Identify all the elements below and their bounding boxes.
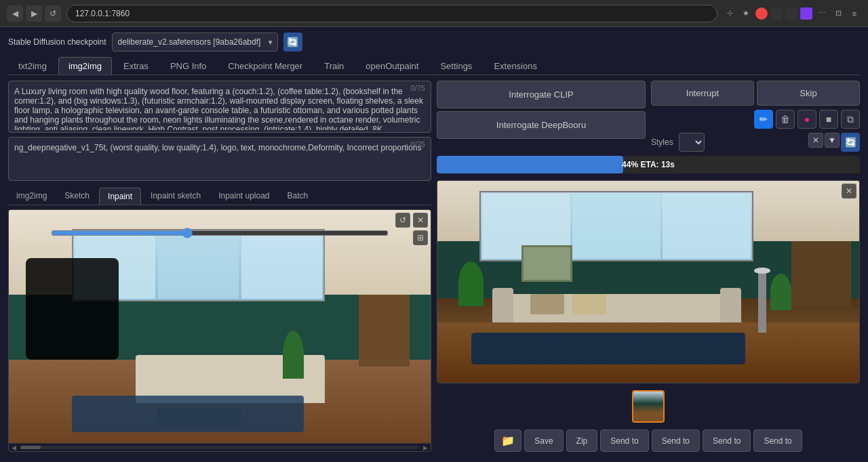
zip-button[interactable]: Zip bbox=[566, 429, 598, 452]
tab-open-outpaint[interactable]: openOutpaint bbox=[355, 57, 429, 75]
styles-dropdown-button[interactable]: ▼ bbox=[825, 133, 840, 148]
image-close-button[interactable]: ✕ bbox=[413, 213, 428, 228]
browser-icon-5[interactable] bbox=[785, 7, 797, 20]
right-side-top: Interrupt Skip ✏ 🗑 ● ■ ⧉ Styles bbox=[651, 81, 860, 152]
browser-icon-9[interactable]: ≡ bbox=[848, 7, 861, 20]
sd-checkpoint-label: Stable Diffusion checkpoint bbox=[8, 37, 106, 47]
browser-icon-7[interactable]: ⋯ bbox=[815, 7, 829, 20]
output-close-button[interactable]: ✕ bbox=[842, 184, 856, 198]
positive-prompt-textarea[interactable] bbox=[9, 81, 431, 130]
image-scrollbar: ◀ ▶ bbox=[9, 443, 431, 451]
tab-train[interactable]: Train bbox=[314, 57, 354, 75]
browser-icon-6[interactable] bbox=[800, 7, 812, 20]
action-buttons-row: 📁 Save Zip Send to Send to Send to Send … bbox=[437, 429, 860, 452]
positive-prompt-container: 0/75 bbox=[8, 81, 431, 133]
main-tabs: txt2img img2img Extras PNG Info Checkpoi… bbox=[8, 57, 860, 75]
browser-icon-4[interactable] bbox=[770, 7, 783, 20]
brush-size-slider[interactable] bbox=[51, 228, 389, 238]
negative-char-count: 0/75 bbox=[411, 140, 425, 148]
tab-checkpoint-merger[interactable]: Checkpoint Merger bbox=[218, 57, 313, 75]
sub-tab-batch[interactable]: Batch bbox=[279, 188, 317, 205]
sub-tab-inpaint[interactable]: Inpaint bbox=[99, 188, 141, 205]
negative-prompt-textarea[interactable] bbox=[9, 138, 431, 178]
right-panel: Interrogate CLIP Interrogate DeepBooru I… bbox=[437, 81, 860, 452]
input-image-area[interactable]: ↺ ✕ ⊞ bbox=[8, 209, 431, 452]
styles-select[interactable] bbox=[679, 133, 705, 152]
skip-button[interactable]: Skip bbox=[757, 81, 860, 106]
folder-icon: 📁 bbox=[501, 434, 515, 447]
pink-tool-button[interactable]: ● bbox=[797, 110, 816, 129]
sub-tab-img2img[interactable]: img2img bbox=[8, 188, 55, 205]
output-thumbnail-0[interactable] bbox=[632, 390, 665, 423]
sub-tabs: img2img Sketch Inpaint Inpaint sketch In… bbox=[8, 188, 431, 205]
sub-tab-inpaint-sketch[interactable]: Inpaint sketch bbox=[142, 188, 209, 205]
tab-img2img[interactable]: img2img bbox=[58, 57, 112, 75]
output-image-area: ✕ bbox=[437, 180, 860, 383]
open-folder-button[interactable]: 📁 bbox=[494, 429, 521, 452]
browser-actions: ⊹ ★ ⋯ ⊡ ≡ bbox=[723, 7, 861, 20]
styles-label: Styles bbox=[651, 138, 673, 147]
tab-extras[interactable]: Extras bbox=[113, 57, 159, 75]
brush-size-adjust-button[interactable]: ⊞ bbox=[413, 230, 428, 245]
nav-reload-button[interactable]: ↺ bbox=[45, 5, 61, 22]
styles-row: Styles ✕ ▼ 🔄 bbox=[651, 133, 860, 152]
progress-text: 44% ETA: 13s bbox=[622, 160, 675, 169]
styles-clear-button[interactable]: ✕ bbox=[808, 133, 823, 148]
checkpoint-wrapper: deliberate_v2.safetensors [9aba26abdf] ▼ bbox=[112, 33, 278, 51]
send-to-button-2[interactable]: Send to bbox=[652, 429, 700, 452]
sd-header: Stable Diffusion checkpoint deliberate_v… bbox=[8, 33, 860, 51]
browser-nav-buttons: ◀ ▶ ↺ bbox=[7, 5, 61, 22]
nav-back-button[interactable]: ◀ bbox=[7, 5, 23, 22]
positive-char-count: 0/75 bbox=[411, 84, 425, 92]
input-room-image bbox=[9, 210, 431, 451]
thumbnail-strip bbox=[437, 387, 860, 425]
square-tool-button[interactable]: ■ bbox=[819, 110, 838, 129]
nav-forward-button[interactable]: ▶ bbox=[26, 5, 42, 22]
image-controls: ↺ ✕ bbox=[395, 213, 428, 228]
image-reset-button[interactable]: ↺ bbox=[395, 213, 410, 228]
interrogate-clip-button[interactable]: Interrogate CLIP bbox=[437, 81, 646, 108]
tab-txt2img[interactable]: txt2img bbox=[8, 57, 57, 75]
pencil-tool-button[interactable]: ✏ bbox=[754, 110, 773, 129]
interrogate-buttons: Interrogate CLIP Interrogate DeepBooru bbox=[437, 81, 646, 152]
browser-icon-1[interactable]: ⊹ bbox=[723, 7, 736, 20]
interrupt-button[interactable]: Interrupt bbox=[651, 81, 754, 106]
scroll-thumb bbox=[20, 446, 41, 449]
browser-icon-8[interactable]: ⊡ bbox=[831, 7, 845, 20]
send-to-button-4[interactable]: Send to bbox=[753, 429, 802, 452]
tab-png-info[interactable]: PNG Info bbox=[160, 57, 216, 75]
output-room-image bbox=[437, 181, 859, 383]
scroll-left-icon[interactable]: ◀ bbox=[9, 444, 19, 451]
url-bar[interactable]: 127.0.0.1:7860 bbox=[66, 5, 717, 22]
tab-settings[interactable]: Settings bbox=[430, 57, 482, 75]
interrogate-deepbooru-button[interactable]: Interrogate DeepBooru bbox=[437, 111, 646, 139]
sub-tab-inpaint-upload[interactable]: Inpaint upload bbox=[210, 188, 277, 205]
progress-bar-container: 44% ETA: 13s bbox=[437, 156, 860, 173]
inpaint-image-wrapper bbox=[9, 210, 431, 451]
scroll-right-icon[interactable]: ▶ bbox=[420, 444, 431, 451]
save-button[interactable]: Save bbox=[524, 429, 563, 452]
trash-tool-button[interactable]: 🗑 bbox=[776, 110, 795, 129]
checkpoint-refresh-button[interactable]: 🔄 bbox=[283, 33, 302, 51]
browser-icon-3[interactable] bbox=[755, 7, 768, 20]
tab-extensions[interactable]: Extensions bbox=[484, 57, 547, 75]
checkpoint-select[interactable]: deliberate_v2.safetensors [9aba26abdf] bbox=[112, 33, 278, 51]
url-text: 127.0.0.1:7860 bbox=[75, 9, 130, 18]
copy-tool-button[interactable]: ⧉ bbox=[841, 110, 860, 129]
app-wrapper: Stable Diffusion checkpoint deliberate_v… bbox=[0, 27, 868, 462]
browser-icon-2[interactable]: ★ bbox=[739, 7, 753, 20]
negative-prompt-container: 0/75 bbox=[8, 137, 431, 181]
progress-bar-fill bbox=[437, 156, 623, 173]
scroll-track bbox=[20, 446, 419, 449]
send-to-button-1[interactable]: Send to bbox=[600, 429, 648, 452]
generate-controls: Interrupt Skip bbox=[651, 81, 860, 106]
left-panel: 0/75 0/75 img2img Sketch Inpaint Inpaint… bbox=[8, 81, 431, 452]
tool-icons-row: ✏ 🗑 ● ■ ⧉ bbox=[651, 110, 860, 129]
styles-actions: ✕ ▼ 🔄 bbox=[808, 133, 860, 152]
top-controls: Interrogate CLIP Interrogate DeepBooru I… bbox=[437, 81, 860, 152]
send-to-button-3[interactable]: Send to bbox=[703, 429, 751, 452]
sub-tab-sketch[interactable]: Sketch bbox=[56, 188, 98, 205]
inpaint-mask bbox=[26, 258, 119, 360]
deepbooru-label: Interrogate DeepBooru bbox=[496, 120, 586, 130]
styles-refresh-button[interactable]: 🔄 bbox=[841, 133, 860, 152]
